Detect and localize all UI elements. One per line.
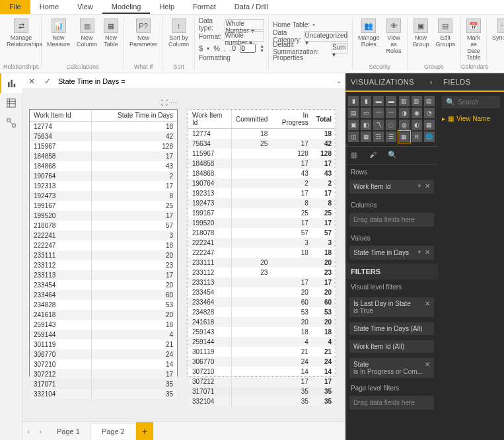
viz-type-icon[interactable]: ▬ bbox=[373, 96, 384, 106]
viz-type-icon[interactable]: ☰ bbox=[386, 131, 396, 142]
table-row[interactable]: 31707135 bbox=[30, 379, 177, 389]
viz-type-icon[interactable]: ▮ bbox=[348, 96, 359, 106]
filter-statetime[interactable]: State Time in Days (All) bbox=[349, 322, 434, 335]
table-row[interactable]: 18486843 bbox=[30, 161, 177, 171]
datatype-dropdown[interactable]: Whole Number ▾ bbox=[225, 19, 264, 30]
new-column-button[interactable]: ▥New Column bbox=[74, 17, 100, 49]
view-as-roles-button[interactable]: 👁View as Roles bbox=[384, 17, 404, 55]
tab-datadrill[interactable]: Data / Drill bbox=[225, 0, 277, 14]
summ-dropdown[interactable]: Sum ▾ bbox=[332, 43, 348, 54]
table-row[interactable]: 19916725 bbox=[30, 201, 177, 211]
table-row[interactable]: 1924738 bbox=[30, 191, 177, 201]
table-row[interactable]: 30677024 bbox=[30, 349, 177, 359]
format-tab-icon[interactable]: 🖌 bbox=[369, 151, 380, 160]
viz-type-icon[interactable]: 〰 bbox=[386, 108, 396, 118]
table-row[interactable]: 24161820 bbox=[30, 310, 177, 320]
table-row[interactable]: 1995201717 bbox=[188, 218, 336, 228]
viz-type-icon[interactable]: ▤ bbox=[348, 108, 359, 118]
tab-format[interactable]: Format bbox=[184, 0, 225, 14]
table-row[interactable]: 115967128 bbox=[30, 141, 177, 151]
table-row[interactable]: 2416182020 bbox=[188, 317, 336, 327]
viz-type-icon[interactable]: ▬ bbox=[386, 96, 396, 106]
fields-search[interactable]: 🔍 bbox=[442, 96, 500, 108]
analytics-tab-icon[interactable]: 🔍 bbox=[388, 151, 398, 160]
synonyms-button[interactable]: ⋯Synonym bbox=[489, 17, 504, 42]
column-header[interactable]: Total bbox=[312, 110, 336, 129]
page-tab-1[interactable]: Page 1 bbox=[46, 423, 91, 439]
table-row[interactable]: 23345420 bbox=[30, 280, 177, 290]
viz-type-icon[interactable]: ◉ bbox=[412, 108, 422, 118]
table-row[interactable]: 2591444 bbox=[30, 330, 177, 340]
model-view-icon[interactable] bbox=[0, 113, 22, 133]
vis-pane-collapse-icon[interactable]: › bbox=[430, 78, 433, 86]
viz-type-icon[interactable]: ◌ bbox=[386, 120, 396, 130]
table-row[interactable]: 23311223 bbox=[30, 260, 177, 270]
decimals-input[interactable] bbox=[240, 44, 256, 53]
tab-help[interactable]: Help bbox=[150, 0, 184, 14]
table-row[interactable]: 3072101414 bbox=[188, 367, 336, 377]
table-row[interactable]: 25914444 bbox=[188, 337, 336, 347]
filter-workitem[interactable]: Work Item Id (All) bbox=[349, 340, 434, 353]
viz-type-icon[interactable]: ▣ bbox=[348, 120, 359, 130]
table-row[interactable]: 2348285353 bbox=[188, 307, 336, 317]
manage-relationships-button[interactable]: ⇄Manage Relationships bbox=[4, 17, 38, 49]
table-row[interactable]: 1848684343 bbox=[188, 168, 336, 178]
edit-groups-button[interactable]: ▤Edit Groups bbox=[433, 17, 458, 49]
viz-type-icon[interactable]: ▥ bbox=[412, 96, 422, 106]
table-row[interactable]: 2334542020 bbox=[188, 287, 336, 297]
table-row[interactable]: 30721217 bbox=[30, 369, 177, 379]
table-row[interactable]: 19231317 bbox=[30, 181, 177, 191]
table-row[interactable]: 3321043535 bbox=[188, 396, 336, 406]
data-view-icon[interactable] bbox=[0, 93, 22, 113]
table-row[interactable]: 1923131717 bbox=[188, 188, 336, 198]
fields-tab-icon[interactable]: ▥ bbox=[351, 151, 361, 160]
page-next-icon[interactable]: › bbox=[34, 427, 46, 435]
sort-by-column-button[interactable]: ↕Sort by Column bbox=[166, 17, 192, 49]
tab-view[interactable]: View bbox=[68, 0, 102, 14]
table-row[interactable]: 2180785757 bbox=[188, 228, 336, 238]
decimals-up[interactable]: ▲ bbox=[260, 44, 264, 48]
column-header[interactable]: Committed bbox=[232, 110, 272, 129]
table-row[interactable]: 2222413 bbox=[30, 231, 177, 240]
new-table-button[interactable]: ▦New Table bbox=[101, 17, 121, 49]
table-row[interactable]: 75634251742 bbox=[188, 139, 336, 149]
tab-file[interactable]: File bbox=[0, 0, 30, 14]
values-remove-icon[interactable]: ✕ bbox=[425, 248, 430, 256]
viz-type-icon[interactable]: 〰 bbox=[373, 108, 384, 118]
comma-format-button[interactable]: , bbox=[224, 44, 226, 52]
format-dropdown[interactable]: Whole number ▾ bbox=[225, 31, 265, 42]
viz-type-icon[interactable]: ▭ bbox=[361, 108, 371, 118]
table-row[interactable]: 127741818 bbox=[188, 129, 336, 139]
table-row[interactable]: 30721014 bbox=[30, 359, 177, 369]
formula-commit-icon[interactable]: ✓ bbox=[42, 77, 53, 86]
mark-date-table-button[interactable]: 📅Mark as Date Table bbox=[464, 17, 484, 62]
viz-type-icon[interactable]: ▦ bbox=[361, 131, 371, 142]
table-row[interactable]: 1848581717 bbox=[188, 159, 336, 168]
columns-well[interactable]: Drag data fields here bbox=[349, 213, 434, 227]
rows-remove-icon[interactable]: ✕ bbox=[425, 182, 430, 190]
viz-type-icon[interactable]: ▮ bbox=[361, 96, 371, 106]
fields-search-input[interactable] bbox=[458, 98, 497, 106]
table-row[interactable]: 2334646060 bbox=[188, 297, 336, 307]
viz-type-icon[interactable]: ◧ bbox=[361, 120, 371, 130]
viz-type-icon[interactable]: 〽 bbox=[373, 120, 384, 130]
table-row[interactable]: 2331112020 bbox=[188, 258, 336, 268]
table-row[interactable]: 23311317 bbox=[30, 270, 177, 280]
table-row[interactable]: 19076422 bbox=[188, 178, 336, 188]
table-row[interactable]: 3072121717 bbox=[188, 377, 336, 386]
table-row[interactable]: 23482853 bbox=[30, 300, 177, 310]
datacat-dropdown[interactable]: Uncategorized ▾ bbox=[305, 31, 348, 42]
table-row[interactable]: 2591431818 bbox=[188, 327, 336, 337]
filter-state[interactable]: Stateis In Progress or Com...✕ bbox=[349, 358, 434, 378]
table-row[interactable]: 22224718 bbox=[30, 240, 177, 250]
table-row[interactable]: 3011192121 bbox=[188, 347, 336, 357]
new-parameter-button[interactable]: P?New Parameter bbox=[127, 17, 160, 49]
table-row[interactable]: 25914318 bbox=[30, 320, 177, 330]
page-prev-icon[interactable]: ‹ bbox=[22, 427, 34, 435]
add-page-button[interactable]: + bbox=[136, 422, 153, 441]
visual-menu-icon[interactable]: ⋯ bbox=[170, 99, 177, 106]
table-row[interactable]: 21807857 bbox=[30, 221, 177, 231]
formula-expand-icon[interactable]: ⌄ bbox=[336, 77, 342, 85]
table-visual-1[interactable]: ⛶⋯ Work Item IdState Time in Days1277418… bbox=[29, 109, 178, 377]
rows-well[interactable]: Work Item Id▼✕ bbox=[349, 180, 434, 194]
